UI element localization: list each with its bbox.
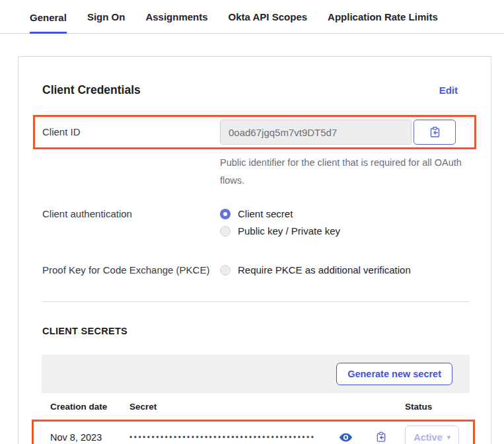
client-secrets-table: Generate new secret Creation date Secret… bbox=[42, 355, 470, 444]
app-tab-bar: General Sign On Assignments Okta API Sco… bbox=[0, 0, 504, 34]
header-secret: Secret bbox=[129, 402, 405, 412]
edit-link[interactable]: Edit bbox=[439, 85, 458, 96]
tab-assignments[interactable]: Assignments bbox=[145, 11, 207, 33]
tab-application-rate-limits[interactable]: Application Rate Limits bbox=[328, 11, 438, 33]
eye-icon bbox=[340, 433, 352, 442]
table-header-row: Creation date Secret Status bbox=[42, 393, 470, 420]
public-private-key-option[interactable]: Public key / Private key bbox=[220, 225, 340, 237]
public-private-key-option-label: Public key / Private key bbox=[238, 225, 340, 237]
tab-sign-on[interactable]: Sign On bbox=[87, 11, 126, 33]
copy-client-id-button[interactable] bbox=[414, 120, 456, 145]
radio-unselected-icon[interactable] bbox=[220, 226, 231, 237]
client-secrets-title: CLIENT SECRETS bbox=[42, 326, 472, 336]
clipboard-copy-icon bbox=[429, 126, 441, 138]
pkce-option-label: Require PKCE as additional verification bbox=[238, 264, 411, 276]
tab-okta-api-scopes[interactable]: Okta API Scopes bbox=[229, 11, 308, 33]
client-secret-option[interactable]: Client secret bbox=[220, 208, 340, 219]
generate-new-secret-button[interactable]: Generate new secret bbox=[336, 363, 452, 385]
tab-general[interactable]: General bbox=[30, 12, 67, 34]
client-id-label: Client ID bbox=[42, 120, 220, 145]
creation-date-cell: Nov 8, 2023 bbox=[50, 432, 129, 443]
client-secret-option-label: Client secret bbox=[238, 208, 293, 219]
status-badge: Active bbox=[414, 432, 443, 443]
secret-cell: ••••••••••••••••••••••••••••••••••••••••… bbox=[129, 431, 405, 443]
clipboard-copy-icon bbox=[376, 431, 386, 443]
header-status: Status bbox=[405, 402, 470, 412]
header-creation-date: Creation date bbox=[50, 402, 129, 412]
section-divider bbox=[42, 301, 469, 302]
pkce-label: Proof Key for Code Exchange (PKCE) bbox=[42, 264, 220, 281]
client-authentication-label: Client authentication bbox=[42, 208, 220, 242]
secret-row-highlight-box: Nov 8, 2023 ••••••••••••••••••••••••••••… bbox=[32, 420, 475, 444]
client-credentials-title: Client Credentials bbox=[42, 83, 141, 97]
reveal-secret-button[interactable] bbox=[340, 433, 352, 442]
masked-secret-value: ••••••••••••••••••••••••••••••••••••••••… bbox=[129, 433, 340, 442]
general-settings-card: Client Credentials Edit Client ID bbox=[18, 56, 491, 444]
table-row: Nov 8, 2023 ••••••••••••••••••••••••••••… bbox=[34, 422, 473, 444]
table-toolbar: Generate new secret bbox=[42, 355, 470, 393]
client-id-highlight-box: Client ID bbox=[33, 115, 476, 149]
copy-secret-button[interactable] bbox=[376, 431, 386, 443]
chevron-down-icon: ▾ bbox=[447, 434, 450, 441]
checkbox-unchecked-icon[interactable] bbox=[220, 265, 231, 276]
radio-selected-icon[interactable] bbox=[220, 209, 231, 219]
status-dropdown-button[interactable]: Active ▾ bbox=[405, 426, 459, 444]
pkce-option[interactable]: Require PKCE as additional verification bbox=[220, 264, 411, 276]
client-id-input[interactable] bbox=[220, 120, 412, 145]
client-id-help-text: Public identifier for the client that is… bbox=[220, 154, 479, 190]
